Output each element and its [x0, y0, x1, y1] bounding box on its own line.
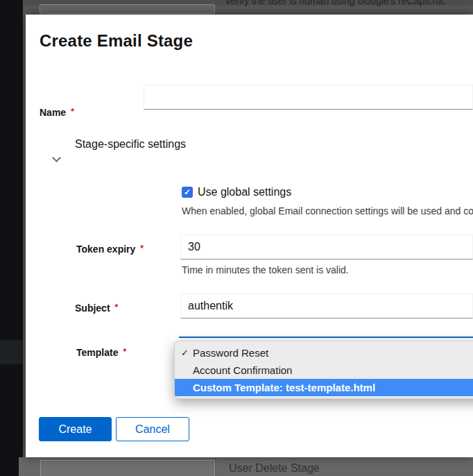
dimmed-background-bottom: User Delete Stage [19, 457, 473, 476]
chevron-down-icon [53, 155, 59, 161]
screen: Verify the user is human using Google's … [0, 0, 473, 476]
token-expiry-input[interactable] [180, 235, 473, 260]
template-dropdown: ✓ Password Reset Account Confirmation Cu… [174, 341, 473, 399]
create-button[interactable]: Create [39, 417, 112, 441]
table-column-divider [215, 457, 216, 476]
dimmed-table-cell [40, 4, 215, 14]
use-global-settings-helper: When enabled, global Email connection se… [182, 205, 473, 216]
required-asterisk: * [71, 107, 74, 117]
token-expiry-helper: Time in minutes the token sent is valid. [182, 264, 473, 275]
stage-settings-expander[interactable] [49, 151, 257, 169]
dropdown-option-password-reset[interactable]: ✓ Password Reset [175, 344, 473, 362]
check-icon: ✓ [184, 187, 191, 197]
required-asterisk: * [123, 347, 126, 357]
use-global-settings-checkbox[interactable]: ✓ [182, 187, 193, 198]
dropdown-option-custom-template[interactable]: Custom Template: test-template.html [175, 379, 473, 396]
dimmed-row-text-bottom: User Delete Stage [229, 462, 320, 475]
dropdown-option-account-confirmation[interactable]: Account Confirmation [175, 362, 473, 379]
use-global-settings-label[interactable]: Use global settings [198, 186, 291, 198]
required-asterisk: * [115, 303, 119, 312]
modal-title: Create Email Stage [40, 31, 193, 51]
dimmed-row-text-top: Verify the user is human using Google's … [225, 0, 446, 6]
create-email-stage-modal: Create Email Stage Name* Stage-specific … [26, 15, 473, 457]
sidebar-active-item [0, 340, 23, 364]
subject-input[interactable] [180, 294, 473, 318]
name-input[interactable] [144, 85, 473, 110]
name-field-label: Name* [40, 107, 74, 118]
cancel-button[interactable]: Cancel [116, 417, 189, 441]
subject-label: Subject* [75, 303, 118, 314]
dimmed-table-cell [40, 460, 215, 476]
stage-settings-label: Stage-specific settings [75, 138, 186, 151]
selected-check-icon: ✓ [181, 344, 189, 362]
template-label: Template* [76, 347, 126, 358]
template-select-focus-border [179, 337, 473, 338]
required-asterisk: * [140, 244, 144, 253]
token-expiry-label: Token expiry* [76, 244, 144, 255]
app-sidebar [0, 0, 23, 476]
dimmed-background-top: Verify the user is human using Google's … [23, 0, 473, 15]
